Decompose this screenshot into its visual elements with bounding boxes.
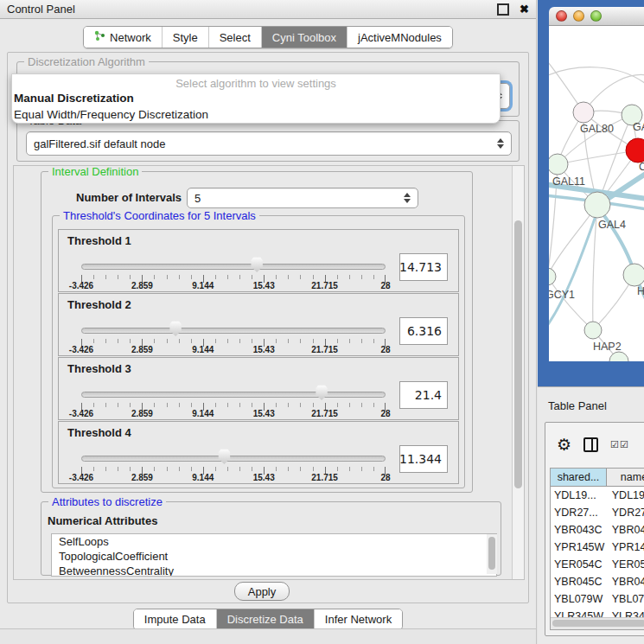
tick-label: 21.715 — [311, 409, 338, 418]
tick-label: 28 — [380, 281, 390, 290]
panel-title: Control Panel — [7, 3, 497, 16]
node-label: H — [637, 285, 644, 297]
algorithm-dropdown-popup: Select algorithm to view settings Manual… — [11, 73, 501, 124]
network-node-GAL11[interactable] — [549, 154, 568, 175]
zoom-traffic-light-icon[interactable] — [590, 10, 602, 22]
attributes-scrollbar[interactable] — [487, 534, 497, 574]
tab-label: Network — [110, 31, 151, 44]
apply-button[interactable]: Apply — [234, 582, 290, 601]
table-row[interactable]: YBL079WYBL079W — [551, 590, 644, 608]
tab-cyni-toolbox[interactable]: Cyni Toolbox — [261, 27, 347, 48]
node-label: HAP2 — [593, 341, 622, 353]
tick-label: 21.715 — [311, 345, 338, 354]
slider-track[interactable] — [81, 456, 386, 462]
attribute-item[interactable]: TopologicalCoefficient — [52, 549, 496, 564]
table-row[interactable]: YDL19...YDL19... — [551, 487, 644, 504]
slider-track[interactable] — [81, 328, 386, 334]
table-hscrollbar[interactable] — [551, 617, 644, 629]
column-header-name[interactable]: name — [607, 469, 644, 486]
threshold-slider[interactable] — [81, 256, 386, 273]
table-row[interactable]: YER054CYER054C — [551, 556, 644, 573]
table-row[interactable]: YBR043CYBR043C — [551, 521, 644, 539]
tab-infer-network[interactable]: Infer Network — [314, 609, 402, 629]
network-canvas[interactable]: GAL80GACGAL11GAL4GCY1HHAP2 — [549, 26, 644, 361]
attribute-item[interactable]: SelfLoops — [52, 534, 496, 549]
tick-label: 15.43 — [253, 409, 275, 418]
tick-label: 9.144 — [192, 473, 214, 482]
tab-label: Impute Data — [144, 613, 206, 626]
table-row[interactable]: YPR145WYPR145W — [551, 539, 644, 556]
float-window-icon[interactable] — [497, 3, 509, 16]
threshold-panel: Threshold 3 -3.426 2.859 9.144 15.43 21.… — [58, 357, 459, 420]
settings-scrollbar[interactable] — [512, 166, 524, 579]
table-data-select[interactable]: galFiltered.sif default node — [26, 131, 512, 156]
tab-style[interactable]: Style — [162, 27, 208, 48]
threshold-label: Threshold 4 — [67, 426, 131, 439]
dropdown-option-equal-width[interactable]: Equal Width/Frequency Discretization — [12, 106, 500, 123]
slider-handle[interactable] — [169, 321, 182, 336]
bottom-tabbar: Impute Data Discretize Data Infer Networ… — [0, 609, 536, 630]
gear-icon[interactable]: ⚙ — [557, 437, 571, 453]
checkbox-icons[interactable]: ☑☑ — [610, 439, 629, 450]
slider-handle[interactable] — [315, 385, 328, 400]
minimize-traffic-light-icon[interactable] — [573, 10, 584, 22]
tick-label: 2.859 — [131, 345, 153, 354]
numerical-attributes-list[interactable]: SelfLoopsTopologicalCoefficientBetweenne… — [51, 533, 497, 577]
slider-handle[interactable] — [217, 449, 231, 464]
attribute-item[interactable]: BetweennessCentrality — [52, 564, 496, 577]
table-row[interactable]: YBR045CYBR045C — [551, 573, 644, 590]
tick-label: 21.715 — [311, 473, 338, 482]
dropdown-option-manual[interactable]: Manual Discretization — [12, 90, 500, 106]
scrollbar-thumb[interactable] — [552, 620, 644, 627]
network-node-red-node[interactable] — [626, 138, 644, 163]
shared-name-cell: YER054C — [551, 558, 607, 571]
tab-network[interactable]: Network — [84, 27, 162, 48]
tab-label: Style — [173, 31, 198, 44]
column-header-shared-name[interactable]: shared... — [551, 469, 607, 486]
tab-discretize-data[interactable]: Discretize Data — [216, 609, 314, 629]
threshold-value-field[interactable]: 11.344 — [399, 445, 448, 473]
network-node-GAL80[interactable] — [573, 102, 594, 123]
threshold-value-field[interactable]: 21.4 — [399, 381, 448, 409]
tick-label: 15.43 — [253, 345, 275, 354]
threshold-slider[interactable] — [81, 384, 386, 401]
network-node-H-node[interactable] — [623, 264, 644, 286]
number-of-intervals-select[interactable]: 5 — [187, 188, 418, 208]
threshold-value-field[interactable]: 6.316 — [399, 317, 448, 345]
threshold-label: Threshold 2 — [67, 298, 131, 311]
interval-definition-group: Interval Definition Number of Intervals … — [41, 171, 473, 493]
table-header-row: shared... name — [551, 469, 644, 487]
node-table: shared... name YDL19...YDL19...YDR27...Y… — [550, 468, 644, 630]
scrollbar-thumb[interactable] — [514, 220, 522, 488]
slider-tick-labels: -3.426 2.859 9.144 15.43 21.715 28 — [81, 345, 386, 355]
name-cell: YDR27... — [607, 507, 644, 519]
scrollbar-thumb[interactable] — [488, 537, 495, 570]
network-node-GCY1[interactable] — [549, 268, 556, 285]
slider-track[interactable] — [81, 264, 386, 270]
slider-track[interactable] — [81, 392, 386, 398]
tick-label: 28 — [380, 473, 390, 482]
threshold-value-field[interactable]: 14.713 — [399, 253, 448, 281]
shared-name-cell: YBR045C — [551, 576, 607, 588]
shared-name-cell: YBL079W — [551, 593, 607, 605]
network-graph: GAL80GACGAL11GAL4GCY1HHAP2 — [549, 26, 644, 361]
close-traffic-light-icon[interactable] — [556, 10, 567, 22]
tab-select[interactable]: Select — [208, 27, 261, 48]
tab-impute-data[interactable]: Impute Data — [134, 609, 216, 629]
tab-label: Infer Network — [325, 613, 392, 626]
columns-icon[interactable] — [583, 437, 598, 452]
close-icon[interactable]: ✖ — [520, 3, 529, 15]
tick-label: -3.426 — [69, 345, 93, 354]
tab-label: Cyni Toolbox — [272, 31, 336, 44]
threshold-slider[interactable] — [81, 448, 386, 465]
table-row[interactable]: YDR27...YDR27... — [551, 504, 644, 521]
number-of-intervals-label: Number of Intervals — [76, 191, 182, 204]
tick-label: 15.43 — [253, 281, 275, 290]
network-node-GAL4[interactable] — [584, 192, 610, 218]
tab-label: Discretize Data — [227, 613, 303, 626]
threshold-slider[interactable] — [81, 320, 386, 337]
network-node-HAP2[interactable] — [584, 322, 602, 339]
slider-handle[interactable] — [250, 257, 264, 272]
tab-jactivemnodules[interactable]: jActiveMNodules — [347, 27, 452, 48]
tab-label: Select — [220, 31, 251, 44]
